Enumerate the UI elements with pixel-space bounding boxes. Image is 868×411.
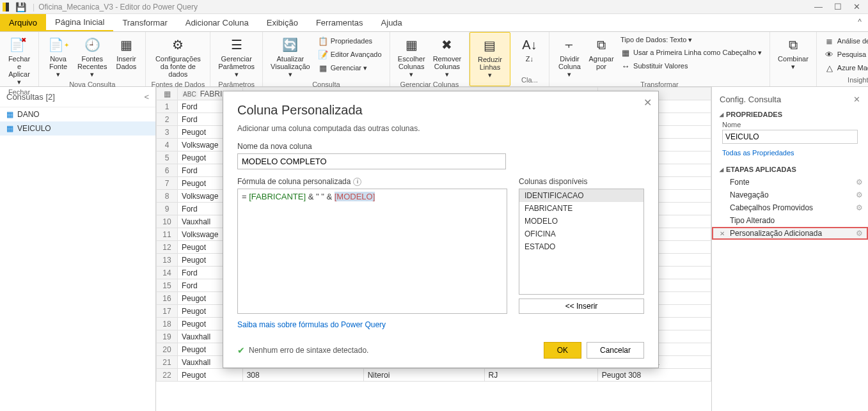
header-icon: ▦ [620, 47, 631, 58]
refresh-preview-button[interactable]: 🔄 Atualizar Visualização ▾ [268, 35, 313, 79]
table-icon: ▦ [117, 36, 135, 54]
step-settings-icon[interactable]: ⚙ [856, 178, 863, 187]
formula-label: Fórmula de coluna personalizadai [237, 177, 507, 186]
all-properties-link[interactable]: Todas as Propriedades [712, 148, 868, 162]
available-column-item[interactable]: IDENTIFICACAO [519, 189, 643, 202]
query-item[interactable]: ▦VEICULO [0, 121, 155, 136]
recent-sources-button[interactable]: 🕘 Fontes Recentes ▾ [75, 35, 109, 79]
tab-tools[interactable]: Ferramentas [307, 14, 372, 31]
available-columns-list[interactable]: IDENTIFICACAOFABRICANTEMODELOOFICINAESTA… [519, 189, 644, 295]
save-icon[interactable]: 💾 [15, 2, 26, 12]
params-icon: ☰ [228, 36, 246, 54]
queries-panel: Consultas [2] < ▦DANO▦VEICULO [0, 87, 156, 411]
tab-view[interactable]: Exibição [258, 14, 307, 31]
queries-header: Consultas [2] < [0, 87, 155, 107]
query-settings-panel: Config. Consulta ✕ PROPRIEDADES Nome Tod… [712, 87, 868, 411]
available-column-item[interactable]: FABRICANTE [519, 202, 643, 215]
refresh-icon: 🔄 [281, 36, 299, 54]
step-settings-icon[interactable]: ⚙ [856, 229, 863, 238]
applied-step[interactable]: Navegação⚙ [712, 189, 868, 201]
replace-icon: ↔ [620, 61, 631, 71]
maximize-icon[interactable]: ☐ [834, 2, 842, 12]
tab-file[interactable]: Arquivo [0, 14, 46, 31]
available-cols-label: Colunas disponíveis [519, 177, 644, 186]
applied-step[interactable]: Tipo Alterado [712, 214, 868, 227]
text-analytics-icon: ≣ [825, 36, 835, 46]
table-row[interactable]: 22Peugot308NiteroiRJPeugot 308 [157, 369, 711, 382]
group-by-button[interactable]: ⧉ Agrupar por [587, 35, 615, 72]
syntax-status: ✔ Nenhum erro de sintaxe detectado. [237, 345, 368, 355]
available-column-item[interactable]: MODELO [519, 215, 643, 228]
formula-input[interactable]: = [FABRICANTE] & " " & [MODELO] [237, 189, 507, 314]
dialog-description: Adicionar uma coluna computada das outra… [237, 124, 644, 133]
app-logo [3, 3, 9, 12]
new-source-button[interactable]: 📄✦ Nova Fonte ▾ [44, 35, 72, 79]
close-apply-button[interactable]: 📄✖ Fechar e Aplicar ▾ [5, 35, 33, 87]
steps-section-title: ETAPAS APLICADAS [712, 162, 868, 176]
newcol-name-input[interactable] [237, 153, 506, 169]
tab-transform[interactable]: Transformar [113, 14, 176, 31]
vision-button[interactable]: 👁Pesquisa Visual [822, 48, 868, 61]
properties-section-title: PROPRIEDADES [712, 107, 868, 121]
datatype-button[interactable]: Tipo de Dados: Texto ▾ [618, 35, 764, 45]
choose-cols-icon: ▦ [402, 36, 420, 54]
minimize-icon[interactable]: — [814, 2, 823, 12]
dialog-close-icon[interactable]: ✕ [643, 97, 652, 109]
tab-home[interactable]: Página Inicial [46, 14, 113, 31]
table-icon: ▦ [6, 124, 13, 133]
tab-add-column[interactable]: Adicionar Coluna [177, 14, 258, 31]
group-sort-label: Cla... [516, 75, 544, 85]
learn-more-link[interactable]: Saiba mais sobre fórmulas do Power Query [237, 320, 644, 329]
azure-ml-button[interactable]: △Azure Machine Learning [822, 61, 868, 74]
manage-button[interactable]: ▦Gerenciar ▾ [315, 61, 384, 74]
ribbon-collapse-icon[interactable]: ^ [851, 14, 868, 31]
check-icon: ✔ [237, 345, 245, 355]
remove-cols-icon: ✖ [438, 36, 456, 54]
step-settings-icon[interactable]: ⚙ [856, 203, 863, 212]
available-column-item[interactable]: OFICINA [519, 228, 643, 240]
properties-button[interactable]: 📋Propriedades [315, 35, 384, 47]
applied-step[interactable]: Fonte⚙ [712, 176, 868, 189]
new-source-icon: 📄✦ [49, 36, 67, 54]
replace-values-button[interactable]: ↔Substituir Valores [618, 59, 764, 72]
split-column-button[interactable]: ⫟ Dividir Coluna ▾ [555, 35, 585, 79]
custom-column-dialog: ✕ Coluna Personalizada Adicionar uma col… [223, 91, 659, 368]
advanced-editor-button[interactable]: 📝Editor Avançado [315, 48, 384, 61]
corner-cell[interactable]: ▦ [157, 88, 178, 100]
insert-data-button[interactable]: ▦ Inserir Dados [112, 35, 140, 72]
reduce-rows-button[interactable]: ▤ Reduzir Linhas ▾ [475, 35, 505, 80]
azure-ml-icon: △ [825, 63, 835, 73]
sort-icon: A↓ [521, 36, 539, 54]
collapse-icon[interactable]: < [144, 92, 149, 102]
query-item[interactable]: ▦DANO [0, 107, 155, 121]
ok-button[interactable]: OK [544, 342, 581, 359]
sort-button[interactable]: A↓ Z↓ [516, 35, 544, 64]
manage-params-button[interactable]: ☰ Gerenciar Parâmetros ▾ [216, 35, 257, 79]
applied-step[interactable]: Cabeçalhos Promovidos⚙ [712, 201, 868, 214]
name-label: Nome [712, 121, 868, 128]
close-settings-icon[interactable]: ✕ [853, 95, 860, 104]
window-title: Oficina_Mecanica_V3 - Editor do Power Qu… [38, 3, 198, 12]
text-analytics-button[interactable]: ≣Análise de Texto [822, 35, 868, 47]
groupby-icon: ⧉ [592, 36, 610, 54]
close-window-icon[interactable]: ✕ [853, 2, 860, 12]
datasource-settings-button[interactable]: ⚙ Configurações da fonte de dados [151, 35, 205, 79]
insert-column-button[interactable]: << Inserir [519, 299, 644, 314]
ribbon: 📄✖ Fechar e Aplicar ▾ Fechar 📄✦ Nova Fon… [0, 32, 868, 87]
tab-help[interactable]: Ajuda [372, 14, 411, 31]
available-column-item[interactable]: ESTADO [519, 240, 643, 253]
step-settings-icon[interactable]: ⚙ [856, 190, 863, 199]
gear-icon: ⚙ [169, 36, 187, 54]
first-row-header-button[interactable]: ▦Usar a Primeira Linha como Cabeçalho ▾ [618, 46, 764, 59]
delete-step-icon[interactable]: ✕ [720, 230, 725, 237]
combine-button[interactable]: ⧉ Combinar ▾ [775, 35, 811, 72]
titlebar: 💾 | Oficina_Mecanica_V3 - Editor do Powe… [0, 0, 868, 14]
query-name-input[interactable] [722, 130, 858, 144]
applied-step[interactable]: ✕Personalização Adicionada⚙ [712, 227, 868, 240]
cancel-button[interactable]: Cancelar [587, 342, 644, 359]
combine-icon: ⧉ [784, 36, 802, 54]
remove-columns-button[interactable]: ✖ Remover Colunas ▾ [430, 35, 464, 79]
close-apply-icon: 📄✖ [10, 36, 28, 54]
info-icon[interactable]: i [353, 178, 361, 186]
choose-columns-button[interactable]: ▦ Escolher Colunas ▾ [395, 35, 428, 79]
